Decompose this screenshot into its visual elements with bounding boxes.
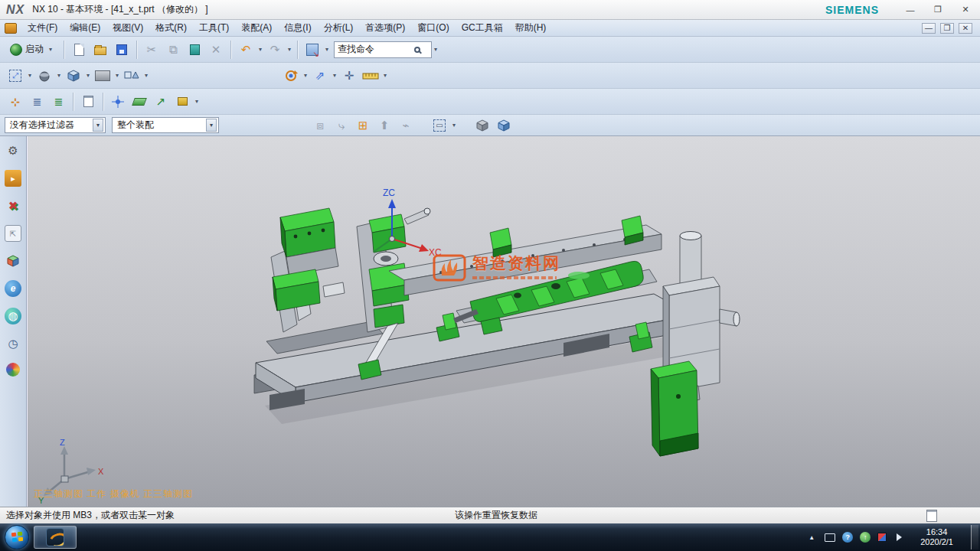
- background-color-button[interactable]: [93, 66, 113, 86]
- start-button[interactable]: [5, 525, 29, 549]
- constraint-navigator-icon[interactable]: ✖: [5, 197, 21, 214]
- show-wireframe-button[interactable]: [494, 116, 514, 135]
- command-search-input[interactable]: [338, 44, 414, 55]
- mdi-minimize-button[interactable]: [922, 23, 936, 34]
- highlight-related-button[interactable]: ⧈: [310, 116, 330, 135]
- volume-icon[interactable]: [897, 533, 906, 541]
- selection-filter-value: 没有选择过滤器: [10, 119, 74, 132]
- undo-button[interactable]: ↶: [236, 40, 256, 60]
- window-close-button[interactable]: [957, 4, 974, 16]
- menu-help[interactable]: 帮助(H): [509, 20, 553, 36]
- snap-point-button[interactable]: ✛: [339, 66, 359, 86]
- vector-button[interactable]: ⇗: [310, 66, 330, 86]
- window-minimize-button[interactable]: [902, 4, 919, 16]
- menu-window[interactable]: 窗口(O): [411, 20, 455, 36]
- taskbar-clock[interactable]: 16:34 2020/2/1: [913, 527, 961, 547]
- render-style-button[interactable]: [64, 66, 83, 86]
- status-doc-icon[interactable]: [926, 510, 937, 522]
- search-dropdown-arrow[interactable]: [432, 40, 439, 60]
- select-inside-button[interactable]: ⤷: [332, 116, 351, 135]
- background-dropdown-arrow[interactable]: [113, 66, 121, 86]
- measure-dropdown-arrow[interactable]: [381, 66, 389, 86]
- roles-icon[interactable]: ▸: [5, 170, 21, 187]
- menu-information[interactable]: 信息(I): [278, 20, 317, 36]
- layer-settings-button[interactable]: ≣: [27, 92, 47, 112]
- hidden-icons-chevron[interactable]: [805, 531, 818, 543]
- open-file-button[interactable]: [90, 40, 110, 60]
- datum-csys-button[interactable]: ⊹: [5, 92, 25, 112]
- show-desktop-button[interactable]: [971, 525, 978, 549]
- move-rotate-dropdown-arrow[interactable]: [302, 66, 309, 86]
- orient-view-button[interactable]: [34, 66, 54, 86]
- menu-file[interactable]: 文件(F): [21, 20, 64, 36]
- window-maximize-button[interactable]: [929, 4, 946, 16]
- datum-plane-button[interactable]: [129, 92, 149, 112]
- vector-dropdown-arrow[interactable]: [331, 66, 338, 86]
- snap-magnet-button[interactable]: ⌁: [396, 116, 416, 135]
- redo-button[interactable]: ↷: [265, 40, 285, 60]
- menu-preferences[interactable]: 首选项(P): [359, 20, 411, 36]
- start-dropdown-arrow[interactable]: [47, 40, 54, 60]
- start-menu-button[interactable]: 启动: [5, 40, 60, 60]
- touch-mode-dropdown-arrow[interactable]: [323, 40, 331, 60]
- render-style-dropdown-arrow[interactable]: [84, 66, 92, 86]
- marquee-select-button[interactable]: ▭: [430, 116, 449, 135]
- search-icon[interactable]: [414, 47, 420, 53]
- update-tray-icon[interactable]: [860, 532, 871, 543]
- view-orientation-button[interactable]: [122, 66, 142, 86]
- add-selection-button[interactable]: ⊞: [353, 116, 373, 135]
- network-tray-icon[interactable]: [877, 533, 887, 542]
- menu-format[interactable]: 格式(R): [149, 20, 193, 36]
- marquee-dropdown-arrow[interactable]: [450, 116, 458, 135]
- paste-button[interactable]: [185, 40, 204, 60]
- x-axis-label: X: [98, 467, 104, 476]
- vector-arrow-icon: ⇗: [315, 70, 325, 81]
- wcs-button[interactable]: [172, 92, 192, 112]
- taskbar-nx-button[interactable]: [34, 526, 77, 549]
- history-clock-icon[interactable]: ◷: [5, 335, 21, 352]
- utility-dropdown-arrow[interactable]: [193, 92, 201, 112]
- move-up-button[interactable]: ⬆: [374, 116, 394, 135]
- mdi-restore-button[interactable]: [940, 23, 954, 34]
- menu-view[interactable]: 视图(V): [106, 20, 149, 36]
- display-tray-icon[interactable]: [825, 533, 835, 542]
- orient-view-dropdown-arrow[interactable]: [55, 66, 63, 86]
- copy-button[interactable]: ⧉: [163, 40, 183, 60]
- combo-arrow-icon[interactable]: [206, 119, 217, 132]
- touch-mode-button[interactable]: [302, 40, 322, 60]
- internet-explorer-icon[interactable]: e: [5, 280, 21, 297]
- menu-tools[interactable]: 工具(T): [193, 20, 235, 36]
- menu-analysis[interactable]: 分析(L): [318, 20, 360, 36]
- cut-button[interactable]: ✂: [142, 40, 162, 60]
- datum-axis-button[interactable]: ↗: [151, 92, 171, 112]
- assembly-navigator-icon[interactable]: [5, 253, 21, 269]
- fit-view-dropdown-arrow[interactable]: [26, 66, 34, 86]
- selection-scope-combo[interactable]: 整个装配: [112, 117, 219, 133]
- information-window-button[interactable]: [78, 92, 98, 112]
- menu-assemblies[interactable]: 装配(A): [235, 20, 278, 36]
- menu-edit[interactable]: 编辑(E): [64, 20, 106, 36]
- web-browser-icon[interactable]: ◍: [5, 308, 21, 324]
- menu-gc-toolbox[interactable]: GC工具箱: [456, 20, 509, 36]
- layer-visible-button[interactable]: ≣: [48, 92, 68, 112]
- selection-filter-combo[interactable]: 没有选择过滤器: [5, 117, 106, 133]
- point-dialog-button[interactable]: [108, 92, 128, 112]
- delete-button[interactable]: ✕: [206, 40, 226, 60]
- save-button[interactable]: [112, 40, 132, 60]
- view-orientation-dropdown-arrow[interactable]: [142, 66, 150, 86]
- customize-gear-icon[interactable]: ⚙: [5, 142, 21, 159]
- fit-view-button[interactable]: ⤢: [5, 66, 25, 86]
- measure-button[interactable]: [361, 66, 381, 86]
- move-rotate-button[interactable]: [281, 66, 301, 86]
- part-navigator-icon[interactable]: ⇱: [5, 225, 21, 242]
- new-file-button[interactable]: [69, 40, 89, 60]
- graphics-viewport[interactable]: ZC XC Z X Y: [27, 136, 980, 507]
- undo-dropdown-arrow[interactable]: [256, 40, 264, 60]
- material-ball-icon[interactable]: [6, 363, 20, 377]
- mdi-close-button[interactable]: [959, 23, 972, 34]
- combo-arrow-icon[interactable]: [93, 119, 103, 132]
- redo-dropdown-arrow[interactable]: [286, 40, 293, 60]
- siemens-brand-logo: SIEMENS: [825, 4, 879, 16]
- action-center-icon[interactable]: [842, 532, 853, 543]
- show-shaded-button[interactable]: [472, 116, 492, 135]
